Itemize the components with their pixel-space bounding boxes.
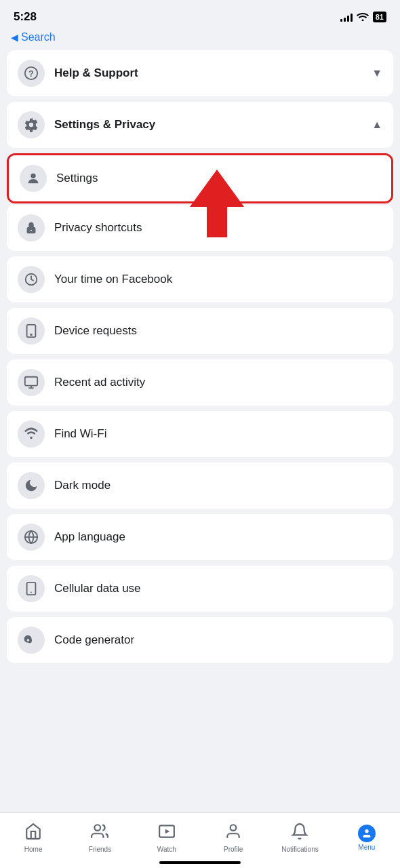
settings-privacy-row[interactable]: Settings & Privacy ▲: [7, 102, 393, 148]
menu-avatar: [358, 825, 376, 842]
friends-label: Friends: [89, 846, 111, 853]
friends-icon: [91, 823, 108, 844]
settings-privacy-label: Settings & Privacy: [54, 118, 372, 132]
dark-mode-item[interactable]: Dark mode: [7, 462, 393, 509]
ad-monitor-icon: [18, 369, 45, 396]
wifi-icon: [357, 12, 369, 23]
profile-label: Profile: [224, 846, 243, 853]
content-area: ? Help & Support ▼ Settings & Privacy ▲: [0, 50, 400, 730]
svg-point-2: [31, 174, 35, 178]
settings-highlighted-row[interactable]: Settings: [7, 153, 393, 203]
svg-rect-16: [27, 583, 36, 595]
app-language-label: App language: [54, 530, 382, 544]
svg-rect-10: [25, 377, 37, 386]
svg-marker-20: [165, 829, 170, 834]
back-label: Search: [21, 31, 56, 43]
settings-item[interactable]: Settings: [9, 155, 391, 201]
help-support-row[interactable]: ? Help & Support ▼: [7, 50, 393, 96]
dark-mode-moon-icon: [18, 472, 45, 499]
code-generator-label: Code generator: [54, 633, 382, 647]
status-icons: 81: [340, 12, 386, 23]
nav-header: ◀ Search: [0, 30, 400, 50]
recent-ad-activity-item[interactable]: Recent ad activity: [7, 359, 393, 406]
help-icon: ?: [18, 60, 45, 87]
svg-point-21: [231, 825, 237, 831]
sub-items-list: Privacy shortcuts Your time on Facebook …: [7, 205, 393, 663]
back-button[interactable]: ◀ Search: [11, 31, 389, 43]
home-icon: [24, 823, 42, 844]
settings-avatar-icon: [20, 165, 47, 192]
code-generator-item[interactable]: Code generator: [7, 617, 393, 663]
svg-point-13: [30, 437, 33, 439]
battery-indicator: 81: [373, 12, 386, 22]
device-requests-item[interactable]: Device requests: [7, 308, 393, 354]
svg-point-22: [365, 829, 368, 833]
settings-label: Settings: [56, 172, 380, 185]
signal-icon: [340, 12, 353, 22]
find-wifi-item[interactable]: Find Wi-Fi: [7, 411, 393, 457]
app-language-item[interactable]: App language: [7, 514, 393, 560]
privacy-shortcuts-item[interactable]: Privacy shortcuts: [7, 205, 393, 251]
dark-mode-label: Dark mode: [54, 479, 382, 492]
help-chevron-icon: ▼: [372, 67, 382, 79]
svg-point-5: [31, 230, 32, 231]
privacy-lock-icon: [18, 214, 45, 241]
time-on-facebook-item[interactable]: Your time on Facebook: [7, 256, 393, 302]
cellular-phone-icon: [18, 575, 45, 602]
recent-ad-activity-label: Recent ad activity: [54, 376, 382, 389]
nav-watch[interactable]: Watch: [134, 817, 200, 853]
status-bar: 5:28 81: [0, 0, 400, 30]
device-requests-label: Device requests: [54, 324, 382, 338]
nav-notifications[interactable]: Notifications: [266, 817, 333, 853]
settings-privacy-chevron-icon: ▲: [372, 119, 382, 131]
globe-icon: [18, 524, 45, 551]
home-indicator: [159, 861, 241, 864]
key-icon: [18, 627, 45, 654]
nav-friends[interactable]: Friends: [66, 817, 133, 853]
svg-text:?: ?: [28, 68, 34, 79]
cellular-data-label: Cellular data use: [54, 582, 382, 595]
svg-point-17: [31, 592, 32, 593]
notifications-bell-icon: [291, 823, 308, 844]
svg-point-9: [31, 334, 32, 336]
bottom-navigation: Home Friends Watch Profile: [0, 812, 400, 868]
menu-label: Menu: [358, 844, 375, 851]
svg-point-18: [95, 825, 101, 831]
watch-play-icon: [158, 823, 176, 844]
notifications-label: Notifications: [281, 846, 318, 853]
settings-gear-icon: [18, 111, 45, 138]
nav-home[interactable]: Home: [0, 817, 66, 853]
watch-label: Watch: [157, 846, 176, 853]
find-wifi-label: Find Wi-Fi: [54, 427, 382, 441]
wifi-search-icon: [18, 420, 45, 448]
help-support-label: Help & Support: [54, 66, 372, 80]
privacy-shortcuts-label: Privacy shortcuts: [54, 221, 382, 235]
nav-menu[interactable]: Menu: [334, 819, 400, 851]
status-time: 5:28: [14, 10, 37, 24]
home-label: Home: [24, 846, 43, 853]
nav-profile[interactable]: Profile: [200, 817, 266, 853]
settings-privacy-section: Settings & Privacy ▲: [7, 102, 393, 148]
help-support-section: ? Help & Support ▼: [7, 50, 393, 96]
profile-person-icon: [224, 823, 242, 844]
cellular-data-item[interactable]: Cellular data use: [7, 566, 393, 612]
time-clock-icon: [18, 266, 45, 293]
time-on-facebook-label: Your time on Facebook: [54, 273, 382, 286]
device-phone-icon: [18, 317, 45, 344]
back-arrow-icon: ◀: [11, 32, 18, 43]
